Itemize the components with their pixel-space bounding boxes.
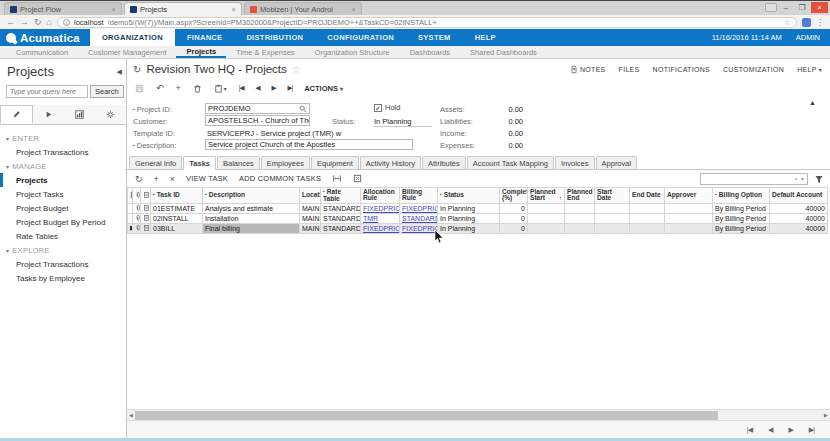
tab-employees[interactable]: Employees [261, 156, 310, 169]
row-note-icon[interactable] [141, 203, 151, 213]
page-first-icon[interactable]: |◀ [747, 426, 752, 434]
scroll-left-icon[interactable]: ◀ [127, 411, 135, 420]
browser-tab[interactable]: Projects× [124, 2, 242, 15]
bookmark-star-icon[interactable]: ☆ [784, 18, 791, 27]
submenu-item-dashboards[interactable]: Dashboards [400, 46, 460, 58]
grid-add-icon[interactable]: + [154, 174, 159, 184]
cell-link[interactable]: FIXEDPRICE [402, 205, 438, 212]
sidebar-item-project-budget[interactable]: Project Budget [0, 201, 126, 215]
browser-tab[interactable]: Mobizen | Your Androi× [244, 2, 362, 15]
sidebar-collapse-icon[interactable]: ◀ [117, 68, 122, 76]
tab-balances[interactable]: Balances [217, 156, 260, 169]
cell[interactable]: 02INSTALL [151, 213, 203, 223]
submenu-item-customer-management[interactable]: Customer Management [78, 46, 176, 58]
reload-icon[interactable]: ↻ [34, 16, 42, 28]
refresh-icon[interactable]: ↻ [133, 64, 141, 75]
grid-filter-input[interactable]: × ▾ [700, 173, 808, 185]
add-common-tasks-button[interactable]: ADD COMMON TASKS [239, 174, 321, 183]
tab-general-info[interactable]: General Info [129, 156, 182, 169]
cell[interactable] [630, 203, 665, 213]
page-next-icon[interactable]: ▶ [788, 426, 792, 434]
sidebar-item-project-tasks[interactable]: Project Tasks [0, 187, 126, 201]
cell[interactable]: 03BILL [151, 223, 203, 233]
lookup-icon[interactable] [299, 105, 307, 113]
cell-link[interactable]: FIXEDPRICE [363, 205, 400, 212]
table-row[interactable]: 01ESTIMATEAnalysis and estimateMAINSTAND… [128, 203, 828, 213]
submenu-item-organization-structure[interactable]: Organization Structure [305, 46, 400, 58]
tab-approval[interactable]: Approval [596, 156, 638, 169]
cell[interactable] [630, 223, 665, 233]
sidebar-tab-gear[interactable] [95, 105, 126, 124]
field-input-customer-[interactable]: APOSTELSCH - Church of The Apos [205, 115, 310, 126]
tab-close-icon[interactable]: × [351, 5, 356, 14]
menu-item-configuration[interactable]: CONFIGURATION [315, 29, 406, 46]
cell[interactable]: FIXEDPRICE [400, 223, 438, 233]
cell[interactable]: 0 [500, 223, 528, 233]
cell[interactable]: MAIN [300, 203, 321, 213]
filter-funnel-icon[interactable] [814, 174, 824, 184]
scroll-right-icon[interactable]: ▶ [822, 411, 830, 420]
field-input-description-[interactable]: Service project Church of the Apostles [205, 139, 413, 150]
cell[interactable]: 40000 [770, 223, 828, 233]
column-header-approver[interactable]: Approver [665, 188, 713, 204]
column-header-description[interactable]: Description [203, 188, 300, 204]
grid-refresh-icon[interactable]: ↻ [135, 174, 143, 184]
search-button[interactable]: Search [90, 85, 124, 98]
cell[interactable]: By Billing Period [713, 223, 770, 233]
tab-equipment[interactable]: Equipment [311, 156, 359, 169]
column-header-planned-start[interactable]: Planned Start↑ [528, 188, 565, 204]
cell[interactable] [665, 213, 713, 223]
header-datetime[interactable]: 11/16/2016 11:14 AM [712, 33, 782, 42]
cell[interactable] [630, 213, 665, 223]
column-header-locat[interactable]: Locat [300, 188, 321, 204]
go-next-icon[interactable]: ▶ [272, 84, 276, 92]
submenu-item-communication[interactable]: Communication [6, 46, 78, 58]
sidebar-item-project-transactions[interactable]: Project Transactions [0, 257, 126, 271]
view-task-button[interactable]: VIEW TASK [186, 174, 228, 183]
acumatica-logo[interactable]: Acumatica [0, 29, 90, 46]
record-link-help[interactable]: HELP▾ [797, 66, 822, 73]
add-icon[interactable]: + [176, 83, 181, 93]
browser-menu-icon[interactable]: ⋮ [816, 18, 824, 27]
cell[interactable]: FIXEDPRICE [361, 203, 400, 213]
go-prev-icon[interactable]: ◀ [256, 84, 260, 92]
minimize-button[interactable]: – [779, 2, 793, 13]
record-link-notes[interactable]: NOTES [570, 65, 606, 74]
undo-icon[interactable]: ↶ [156, 83, 164, 93]
tree-section-manage[interactable]: ▾MANAGE [0, 159, 126, 173]
close-button[interactable]: × [811, 2, 828, 13]
column-header-task-id[interactable]: Task ID [151, 188, 203, 204]
filter-dropdown-icon[interactable]: ▾ [801, 175, 804, 182]
favorite-star-icon[interactable]: ☆ [292, 64, 301, 75]
menu-item-organization[interactable]: ORGANIZATION [90, 29, 175, 46]
url-input[interactable]: i localhost/demo5/(W(7))/Main.aspx?Scree… [57, 17, 797, 28]
sidebar-tab-play[interactable] [33, 105, 64, 124]
record-link-customization[interactable]: CUSTOMIZATION [723, 66, 784, 73]
cell[interactable] [665, 223, 713, 233]
go-first-icon[interactable]: |◀ [239, 84, 244, 92]
cell[interactable]: FIXEDPRICE [361, 223, 400, 233]
cell[interactable]: FIXEDPRICE [400, 203, 438, 213]
horizontal-scrollbar[interactable]: ◀ ▶ [127, 409, 830, 420]
sidebar-item-project-budget-by-period[interactable]: Project Budget By Period [0, 215, 126, 229]
cell[interactable] [528, 223, 565, 233]
row-files-icon[interactable] [133, 203, 141, 213]
submenu-item-projects[interactable]: Projects [176, 46, 226, 58]
cell[interactable]: 01ESTIMATE [151, 203, 203, 213]
cell[interactable]: Installation [203, 213, 300, 223]
menu-item-finance[interactable]: FINANCE [175, 29, 234, 46]
cell[interactable] [528, 203, 565, 213]
column-header-complet-(%)[interactable]: Complet (%) [500, 188, 528, 204]
cell[interactable]: 0 [500, 213, 528, 223]
export-icon[interactable] [353, 174, 362, 183]
cell[interactable]: In Planning [438, 203, 500, 213]
sidebar-item-project-transactions[interactable]: Project Transactions [0, 145, 126, 159]
cell[interactable] [565, 203, 595, 213]
cell-link[interactable]: FIXEDPRICE [402, 225, 438, 232]
table-row[interactable]: ▶03BILLFinal billingMAINSTANDARDFIXEDPRI… [128, 223, 828, 233]
cell[interactable]: STANDARD [400, 213, 438, 223]
record-link-files[interactable]: FILES [619, 66, 640, 73]
search-input[interactable] [6, 85, 88, 98]
sidebar-item-rate-tables[interactable]: Rate Tables [0, 229, 126, 243]
clipboard-icon[interactable]: ▾ [214, 84, 227, 93]
